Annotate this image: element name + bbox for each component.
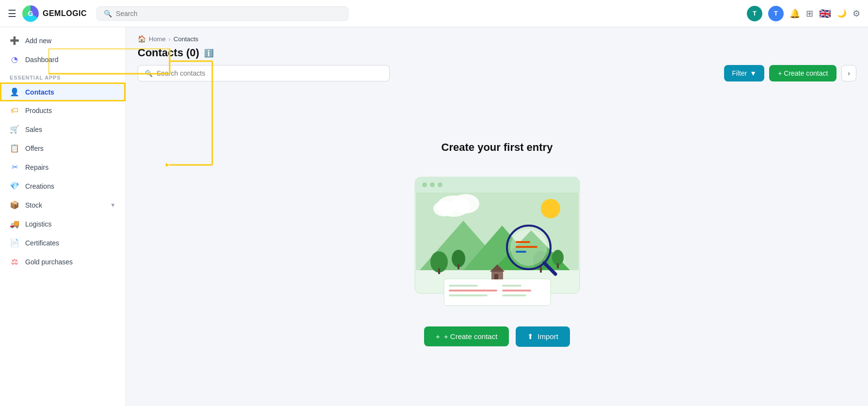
settings-icon[interactable]: ⚙ (852, 8, 860, 19)
actions-row: 🔍 Filter ▼ + Create contact › (138, 65, 856, 81)
svg-rect-11 (438, 268, 440, 274)
content-area: 🔍 Filter ▼ + Create contact › (126, 65, 868, 406)
flag-icon[interactable]: 🇬🇧 (819, 8, 831, 19)
layout: ➕ Add new ◔ Dashboard ESSENTIAL APPS 👤 C… (0, 27, 868, 406)
sidebar-item-add-new[interactable]: ➕ Add new (0, 31, 126, 50)
sidebar-item-certificates[interactable]: 📄 Certificates (0, 233, 126, 252)
filter-label: Filter (732, 69, 747, 77)
create-contact-button[interactable]: + Create contact (769, 65, 836, 81)
sidebar-creations-label: Creations (25, 182, 54, 190)
sidebar-stock-label: Stock (25, 201, 42, 209)
empty-state-actions: + + Create contact ⬆ Import (424, 326, 570, 347)
empty-import-button[interactable]: ⬆ Import (516, 326, 570, 347)
contacts-search-icon: 🔍 (145, 70, 153, 77)
contacts-search-input[interactable] (157, 69, 382, 77)
search-input[interactable] (116, 10, 341, 17)
empty-import-label: Import (537, 332, 558, 341)
sidebar-logistics-label: Logistics (25, 220, 51, 228)
navbar: ☰ G GEMLOGIC 🔍 T T 🔔 ⊞ 🇬🇧 🌙 ⚙ (0, 0, 868, 27)
sidebar-item-logistics[interactable]: 🚚 Logistics (0, 214, 126, 233)
empty-state-illustration (405, 167, 589, 313)
sidebar: ➕ Add new ◔ Dashboard ESSENTIAL APPS 👤 C… (0, 27, 126, 406)
offers-icon: 📋 (10, 144, 19, 153)
contacts-search-bar[interactable]: 🔍 (138, 65, 390, 81)
active-indicator (0, 82, 1, 101)
sidebar-item-contacts[interactable]: 👤 Contacts (0, 82, 126, 101)
sidebar-item-products[interactable]: 🏷 Products (0, 101, 126, 120)
sidebar-item-stock[interactable]: 📦 Stock ▼ (0, 195, 126, 214)
svg-rect-25 (516, 241, 530, 243)
stock-icon: 📦 (10, 200, 19, 210)
breadcrumb-current: Contacts (174, 35, 198, 43)
avatar-t2[interactable]: T (768, 6, 784, 21)
sidebar-sales-label: Sales (25, 126, 42, 133)
sidebar-gold-purchases-label: Gold purchases (25, 258, 73, 266)
main-content: 🏠 Home › Contacts Contacts (0) ℹ️ 🔍 (126, 27, 868, 406)
empty-create-label: + Create contact (444, 332, 497, 341)
sidebar-section-essential: ESSENTIAL APPS (0, 69, 126, 82)
svg-point-4 (430, 182, 435, 187)
bell-icon[interactable]: 🔔 (789, 8, 800, 19)
navbar-right: T T 🔔 ⊞ 🇬🇧 🌙 ⚙ (747, 6, 860, 21)
svg-point-19 (452, 194, 479, 213)
repairs-icon: ✂ (10, 162, 19, 172)
certificates-icon: 📄 (10, 238, 19, 247)
sidebar-offers-label: Offers (25, 145, 44, 152)
sidebar-item-dashboard[interactable]: ◔ Dashboard (0, 50, 126, 69)
page-title: Contacts (0) (138, 47, 199, 59)
sidebar-item-creations[interactable]: 💎 Creations (0, 177, 126, 195)
svg-rect-32 (502, 285, 521, 287)
empty-create-contact-button[interactable]: + + Create contact (424, 326, 509, 346)
svg-rect-30 (449, 290, 497, 292)
products-icon: 🏷 (10, 106, 19, 115)
empty-state-title: Create your first entry (442, 141, 553, 154)
svg-rect-26 (516, 246, 537, 248)
search-icon: 🔍 (104, 10, 112, 17)
breadcrumb-home-label[interactable]: Home (149, 35, 166, 43)
more-chevron-icon: › (848, 69, 850, 77)
logistics-icon: 🚚 (10, 219, 19, 228)
svg-point-5 (438, 182, 442, 187)
gold-purchases-icon: ⚖ (10, 257, 19, 266)
avatar-t1[interactable]: T (747, 6, 762, 21)
filter-button[interactable]: Filter ▼ (724, 65, 764, 81)
sidebar-products-label: Products (25, 107, 52, 114)
creations-icon: 💎 (10, 181, 19, 191)
svg-rect-37 (494, 274, 498, 279)
svg-rect-28 (444, 279, 551, 306)
dark-mode-icon[interactable]: 🌙 (837, 9, 847, 18)
create-contact-label: + Create contact (778, 69, 828, 77)
svg-rect-31 (449, 294, 488, 296)
svg-point-21 (541, 199, 560, 218)
sidebar-item-offers[interactable]: 📋 Offers (0, 139, 126, 158)
logo-icon: G (22, 5, 39, 22)
svg-rect-17 (557, 263, 559, 268)
svg-point-20 (433, 201, 455, 216)
svg-rect-2 (415, 187, 580, 193)
svg-rect-15 (540, 267, 542, 273)
sidebar-add-new-label: Add new (25, 37, 51, 45)
grid-icon[interactable]: ⊞ (806, 8, 813, 19)
sidebar-item-sales[interactable]: 🛒 Sales (0, 120, 126, 139)
page-header: Contacts (0) ℹ️ (126, 45, 868, 65)
breadcrumb-separator: › (169, 35, 171, 43)
info-icon[interactable]: ℹ️ (204, 49, 214, 58)
search-bar[interactable]: 🔍 (96, 6, 348, 21)
sidebar-contacts-label: Contacts (25, 88, 54, 96)
action-buttons: Filter ▼ + Create contact › (724, 65, 856, 81)
logo-text: GEMLOGIC (43, 9, 87, 18)
more-button[interactable]: › (841, 65, 856, 81)
empty-state: Create your first entry (138, 93, 856, 394)
app-logo: G GEMLOGIC (22, 5, 87, 22)
filter-chevron-icon: ▼ (750, 69, 757, 77)
breadcrumb-home-icon: 🏠 (138, 35, 146, 43)
contacts-icon: 👤 (10, 87, 19, 97)
menu-icon[interactable]: ☰ (8, 8, 16, 19)
import-icon: ⬆ (527, 332, 534, 341)
svg-rect-34 (502, 294, 526, 296)
sidebar-item-gold-purchases[interactable]: ⚖ Gold purchases (0, 252, 126, 271)
add-icon: ➕ (10, 36, 19, 45)
sidebar-item-repairs[interactable]: ✂ Repairs (0, 158, 126, 177)
svg-point-16 (552, 250, 564, 265)
sales-icon: 🛒 (10, 125, 19, 134)
